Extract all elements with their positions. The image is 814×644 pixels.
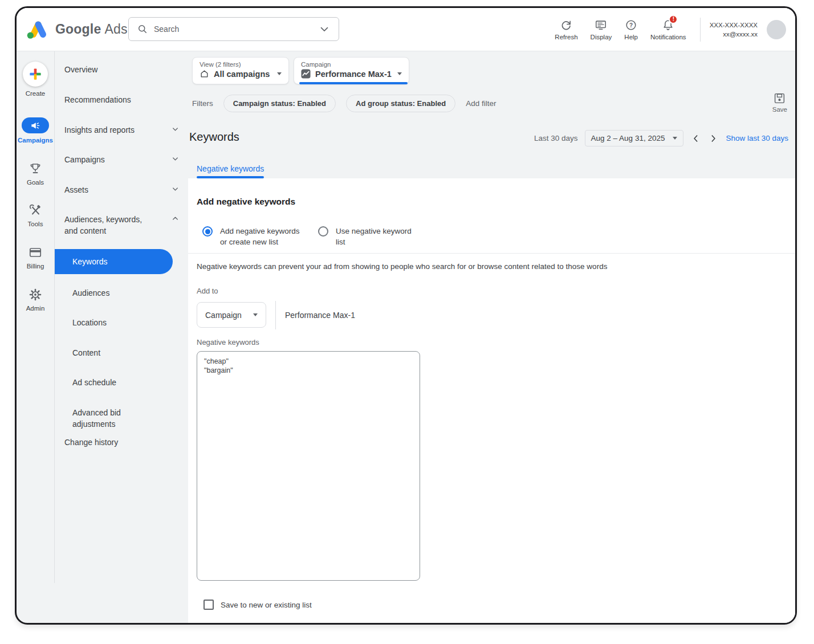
chevron-down-icon[interactable]: [318, 23, 331, 35]
help-button[interactable]: ? Help: [620, 19, 642, 40]
account-info[interactable]: XXX-XXX-XXXX xx@xxxx.xx: [710, 21, 758, 39]
campaign-chip-label: Campaign: [301, 61, 402, 68]
negative-keywords-textarea[interactable]: "cheap" "bargain": [197, 351, 420, 581]
selected-campaign-name: Performance Max-1: [285, 311, 355, 320]
google-ads-logo: GoogleAds: [26, 19, 128, 40]
search-input[interactable]: [154, 25, 312, 34]
nav-label-insights: Insights and reports: [64, 125, 135, 134]
dropdown-triangle-icon: [397, 72, 402, 75]
section-divider: [188, 253, 795, 254]
google-ads-logo-icon: [26, 19, 48, 40]
account-email: xx@xxxx.xx: [710, 30, 758, 39]
nav-item-overview[interactable]: Overview: [64, 64, 181, 75]
nav-label-audiences-group-line1: Audiences, keywords,: [64, 214, 181, 225]
chevron-down-icon: [171, 185, 180, 193]
radio-use-negative-keyword-list[interactable]: Use negative keyword list: [318, 226, 412, 247]
nav-item-change-history[interactable]: Change history: [64, 437, 181, 448]
level-select-value: Campaign: [205, 311, 242, 320]
chevron-left-icon[interactable]: [690, 133, 702, 144]
filter-pill-campaign-status[interactable]: Campaign status: Enabled: [223, 95, 336, 112]
filters-row: Filters Campaign status: Enabled Ad grou…: [192, 95, 496, 112]
view-chip-label: View (2 filters): [200, 61, 282, 68]
view-chip-value: All campaigns: [214, 70, 270, 79]
show-last-30-days-link[interactable]: Show last 30 days: [726, 134, 788, 142]
rail-item-create[interactable]: Create: [23, 62, 48, 97]
topbar-divider: [700, 18, 701, 42]
radio2-label-line1: Use negative keyword: [336, 226, 412, 237]
add-filter-button[interactable]: Add filter: [466, 99, 496, 108]
rail-item-billing[interactable]: Billing: [27, 246, 44, 270]
nav-item-recommendations[interactable]: Recommendations: [64, 94, 181, 105]
range-value: Aug 2 – Aug 31, 2025: [591, 134, 665, 142]
negative-keywords-label: Negative keywords: [197, 338, 259, 347]
nav-item-locations[interactable]: Locations: [72, 317, 181, 328]
refresh-button[interactable]: Refresh: [550, 19, 582, 40]
nav-item-audiences[interactable]: Audiences: [72, 287, 181, 299]
save-label: Save: [772, 106, 787, 113]
topbar: GoogleAds Refresh Display: [17, 8, 795, 51]
filters-title: Filters: [192, 99, 213, 108]
save-view-button[interactable]: Save: [772, 92, 787, 113]
nav-label-recommendations: Recommendations: [64, 95, 131, 104]
date-range-controls: Last 30 days Aug 2 – Aug 31, 2025 Show l…: [534, 130, 788, 146]
nav-label-campaigns: Campaigns: [64, 155, 105, 164]
range-label: Last 30 days: [534, 134, 578, 142]
nav-label-content: Content: [72, 348, 100, 357]
level-select-dropdown[interactable]: Campaign: [197, 302, 266, 328]
home-icon: [200, 69, 209, 79]
rail-item-campaigns[interactable]: Campaigns: [18, 117, 53, 144]
dropdown-triangle-icon: [253, 313, 258, 316]
nav-item-campaigns[interactable]: Campaigns: [64, 154, 181, 165]
rail-label-campaigns: Campaigns: [18, 137, 53, 144]
nav-label-ad-schedule: Ad schedule: [72, 378, 116, 387]
radio-unselected-icon[interactable]: [318, 226, 328, 237]
negative-keywords-description: Negative keywords can prevent your ad fr…: [197, 262, 607, 271]
nav-item-ad-schedule[interactable]: Ad schedule: [72, 377, 181, 388]
nav-item-advanced-bid[interactable]: Advanced bid adjustments: [72, 407, 181, 430]
notifications-button[interactable]: ! Notifications: [646, 19, 691, 40]
icon-rail: Create Campaigns Goals Tools: [17, 51, 54, 623]
help-label: Help: [624, 34, 638, 40]
nav-label-change-history: Change history: [64, 438, 118, 447]
create-circle: [23, 62, 48, 87]
card-icon: [29, 246, 42, 259]
topbar-actions: Refresh Display ? Help ! Notifications: [550, 8, 786, 51]
nav-item-keywords-selected[interactable]: Keywords: [55, 249, 173, 274]
filter-pill-ad-group-status[interactable]: Ad group status: Enabled: [346, 95, 455, 112]
rail-item-goals[interactable]: Goals: [27, 162, 44, 186]
gear-icon: [29, 288, 42, 301]
display-button[interactable]: Display: [586, 19, 617, 40]
radio-selected-icon[interactable]: [202, 226, 213, 237]
chevron-down-icon: [171, 125, 180, 133]
dropdown-triangle-icon: [277, 72, 282, 75]
campaign-selector-chip[interactable]: Campaign Performance Max-1: [294, 57, 409, 84]
nav-item-assets[interactable]: Assets: [64, 184, 181, 195]
tab-negative-keywords[interactable]: Negative keywords: [197, 164, 264, 173]
save-to-list-option[interactable]: Save to new or existing list: [204, 600, 312, 610]
account-id: XXX-XXX-XXXX: [710, 21, 758, 30]
rail-item-tools[interactable]: Tools: [28, 203, 43, 227]
save-to-list-checkbox[interactable]: [204, 600, 214, 610]
radio-add-negative-keywords[interactable]: Add negative keywords or create new list: [202, 226, 300, 247]
nav-label-keywords: Keywords: [72, 257, 107, 266]
nav-item-insights[interactable]: Insights and reports: [64, 124, 181, 136]
rail-label-create: Create: [26, 90, 46, 97]
nav-label-overview: Overview: [64, 65, 97, 74]
rail-label-admin: Admin: [26, 305, 45, 312]
nav-item-audiences-group[interactable]: Audiences, keywords, and content: [64, 214, 181, 237]
view-selector-chip[interactable]: View (2 filters) All campaigns: [192, 57, 289, 84]
rail-item-admin[interactable]: Admin: [26, 288, 45, 312]
chevron-down-icon: [171, 154, 180, 163]
app-window: GoogleAds Refresh Display: [15, 6, 797, 625]
date-range-selector[interactable]: Aug 2 – Aug 31, 2025: [585, 130, 684, 146]
dropdown-triangle-icon: [673, 137, 677, 140]
nav-item-content[interactable]: Content: [72, 347, 181, 358]
page-title: Keywords: [189, 131, 239, 144]
negative-keywords-panel: Add negative keywords Add negative keywo…: [188, 178, 795, 623]
save-icon: [774, 92, 785, 104]
avatar[interactable]: [767, 20, 786, 39]
add-to-label: Add to: [197, 287, 218, 295]
radio2-label-line2: list: [336, 237, 412, 247]
search-box[interactable]: [128, 17, 339, 41]
chevron-right-icon[interactable]: [707, 133, 719, 144]
